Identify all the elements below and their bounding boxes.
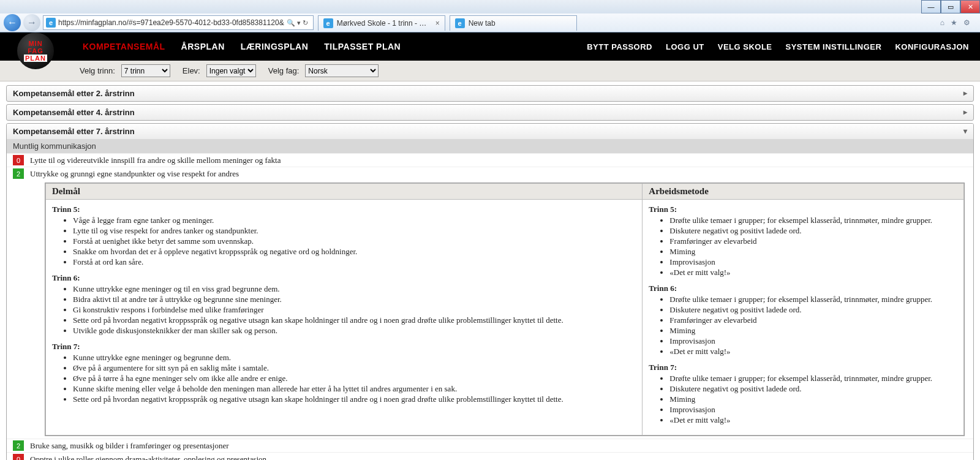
- site-logo[interactable]: MINFAGPLAN: [0, 32, 58, 61]
- nav-laeringsplan[interactable]: LÆRINGSPLAN: [241, 42, 309, 51]
- list-item: Improvisasjon: [669, 257, 957, 267]
- window-minimize-button[interactable]: —: [921, 0, 941, 13]
- nav-logg-ut[interactable]: LOGG UT: [666, 42, 704, 51]
- trinn-select[interactable]: 7 trinn: [121, 64, 170, 77]
- tab-active[interactable]: e Mørkved Skole - 1 trinn - U... ×: [318, 15, 445, 31]
- tab-new[interactable]: e New tab: [450, 15, 577, 31]
- list-item: Gi konstruktiv respons i forbindelse med…: [73, 305, 636, 315]
- list-item: Framføringer av elevarbeid: [669, 236, 957, 246]
- list-item: Miming: [669, 326, 957, 336]
- list-item: Våge å legge fram egne tanker og meninge…: [73, 216, 636, 225]
- tab-label: New tab: [469, 19, 571, 28]
- list-item: Framføringer av elevarbeid: [669, 315, 957, 325]
- back-button[interactable]: ←: [4, 14, 21, 31]
- list-item: «Det er mitt valg!»: [669, 347, 957, 356]
- gear-icon[interactable]: ⚙: [963, 18, 970, 27]
- window-controls: — ▭ ✕: [921, 0, 980, 13]
- elev-label: Elev:: [183, 66, 200, 75]
- window-top-strip: — ▭ ✕: [0, 0, 980, 13]
- browser-toolbar: ← → e https://minfagplan.no/#s=971ea2e9-…: [0, 13, 980, 32]
- page-body: MINFAGPLAN KOMPETANSEMÅL ÅRSPLAN LÆRINGS…: [0, 32, 980, 460]
- col-metode: Arbeidsmetode: [643, 184, 964, 200]
- nav-system[interactable]: SYSTEM INSTILLINGER: [786, 42, 882, 51]
- list-item: «Det er mitt valg!»: [669, 268, 957, 277]
- main-nav: KOMPETANSEMÅL ÅRSPLAN LÆRINGSPLAN TILPAS…: [83, 42, 401, 51]
- delmal-list-5: Våge å legge fram egne tanker og meninge…: [52, 216, 636, 267]
- favorites-icon[interactable]: ★: [951, 18, 957, 27]
- ie-icon: e: [46, 18, 56, 28]
- forward-button[interactable]: →: [23, 14, 40, 31]
- metode-list-6: Drøfte ulike temaer i grupper; for eksem…: [649, 295, 957, 356]
- filter-bar: Velg trinn: 7 trinn Elev: Ingen valgt Ve…: [0, 61, 980, 81]
- address-bar[interactable]: e https://minfagplan.no/#s=971ea2e9-5570…: [43, 15, 314, 30]
- delmal-list-6: Kunne uttrykke egne meninger og til en v…: [52, 284, 636, 336]
- list-item: Miming: [669, 247, 957, 257]
- list-item: Diskutere negativt og positivt ladede or…: [669, 384, 957, 394]
- list-item: Diskutere negativt og positivt ladede or…: [669, 226, 957, 236]
- delmal-list-7: Kunne uttrykke egne meninger og begrunne…: [52, 353, 636, 404]
- list-item: Kunne uttrykke egne meninger og begrunne…: [73, 353, 636, 363]
- trinn5-title: Trinn 5:: [52, 205, 636, 214]
- window-maximize-button[interactable]: ▭: [941, 0, 960, 13]
- logo-ball: MINFAGPLAN: [17, 32, 54, 69]
- list-item: Drøfte ulike temaer i grupper; for eksem…: [669, 295, 957, 304]
- list-item: Improvisasjon: [669, 336, 957, 346]
- goal-count-badge: 0: [13, 454, 24, 460]
- panel-7-header[interactable]: Kompetansemål etter 7. årstrinn: [7, 124, 973, 139]
- tab-close-icon[interactable]: ×: [435, 19, 440, 28]
- goal-row[interactable]: 0 Lytte til og videreutvikle innspill fr…: [7, 153, 973, 167]
- list-item: Sette ord på hvordan negativt kroppssprå…: [73, 394, 636, 404]
- search-icon[interactable]: 🔍: [287, 19, 295, 27]
- trinn-label: Velg trinn:: [80, 66, 115, 75]
- dropdown-icon[interactable]: ▾: [297, 19, 301, 27]
- window-close-button[interactable]: ✕: [960, 0, 980, 13]
- goal-row[interactable]: 2 Bruke sang, musikk og bilder i framfør…: [7, 439, 973, 452]
- goal-count-badge: 0: [13, 155, 24, 165]
- home-icon[interactable]: ⌂: [940, 18, 944, 27]
- list-item: Kunne uttrykke egne meninger og til en v…: [73, 284, 636, 294]
- refresh-icon[interactable]: ↻: [303, 19, 308, 27]
- col-delmal: Delmål: [46, 184, 643, 200]
- goal-count-badge: 2: [13, 168, 24, 179]
- nav-tilpasset[interactable]: TILPASSET PLAN: [324, 42, 401, 51]
- url-text: https://minfagplan.no/#s=971ea2e9-5570-4…: [58, 18, 284, 27]
- goal-text: Bruke sang, musikk og bilder i framførin…: [30, 441, 229, 451]
- list-item: Forstå at ord kan såre.: [73, 257, 636, 267]
- goal-detail-table: Delmål Arbeidsmetode Trinn 5: Våge å leg…: [45, 183, 965, 436]
- nav-kompetansemal[interactable]: KOMPETANSEMÅL: [83, 42, 165, 51]
- goal-text: Lytte til og videreutvikle innspill fra …: [30, 156, 281, 165]
- trinn7-title: Trinn 7:: [52, 342, 636, 352]
- secondary-nav: BYTT PASSORD LOGG UT VELG SKOLE SYSTEM I…: [587, 42, 980, 51]
- metode-list-7: Drøfte ulike temaer i grupper; for eksem…: [649, 374, 957, 425]
- list-item: Øve på å tørre å ha egne meninger selv o…: [73, 374, 636, 383]
- list-item: Sette ord på hvordan negativt kroppssprå…: [73, 315, 636, 325]
- panel-4-arstrinn[interactable]: Kompetansemål etter 4. årstrinn: [6, 104, 974, 121]
- list-item: «Det er mitt valg!»: [669, 415, 957, 425]
- nav-arsplan[interactable]: ÅRSPLAN: [181, 42, 225, 51]
- goal-text: Uttrykke og grunngi egne standpunkter og…: [30, 169, 239, 179]
- favicon-icon: e: [323, 18, 333, 28]
- goal-row[interactable]: 2 Uttrykke og grunngi egne standpunkter …: [7, 167, 973, 180]
- nav-konfig[interactable]: KONFIGURASJON: [895, 42, 969, 51]
- tab-label: Mørkved Skole - 1 trinn - U...: [337, 19, 431, 28]
- metode-list-5: Drøfte ulike temaer i grupper; for eksem…: [649, 216, 957, 277]
- accordion: Kompetansemål etter 2. årstrinn Kompetan…: [6, 85, 974, 460]
- panel-7-arstrinn-open: Kompetansemål etter 7. årstrinn Muntlig …: [6, 123, 974, 460]
- elev-select[interactable]: Ingen valgt: [206, 64, 256, 77]
- trinn6-title: Trinn 6:: [52, 273, 636, 283]
- goal-row[interactable]: 0 Opptre i ulike roller gjennom drama-ak…: [7, 452, 973, 460]
- nav-bytt-passord[interactable]: BYTT PASSORD: [587, 42, 652, 51]
- list-item: Drøfte ulike temaer i grupper; for eksem…: [669, 216, 957, 225]
- list-item: Utvikle gode diskusjonsteknikker der man…: [73, 326, 636, 336]
- delmal-cell: Trinn 5: Våge å legge fram egne tanker o…: [46, 200, 643, 435]
- list-item: Lytte til og vise respekt for andres tan…: [73, 226, 636, 236]
- trinn7-title: Trinn 7:: [649, 363, 957, 372]
- list-item: Kunne skifte mening eller velge å behold…: [73, 384, 636, 394]
- panel-2-arstrinn[interactable]: Kompetansemål etter 2. årstrinn: [6, 85, 974, 102]
- fag-label: Velg fag:: [268, 66, 300, 75]
- subsection-muntlig: Muntlig kommunikasjon: [7, 139, 973, 153]
- nav-velg-skole[interactable]: VELG SKOLE: [718, 42, 772, 51]
- trinn5-title: Trinn 5:: [649, 205, 957, 214]
- list-item: Øve på å argumentere for sitt syn på en …: [73, 363, 636, 373]
- fag-select[interactable]: Norsk: [305, 64, 379, 77]
